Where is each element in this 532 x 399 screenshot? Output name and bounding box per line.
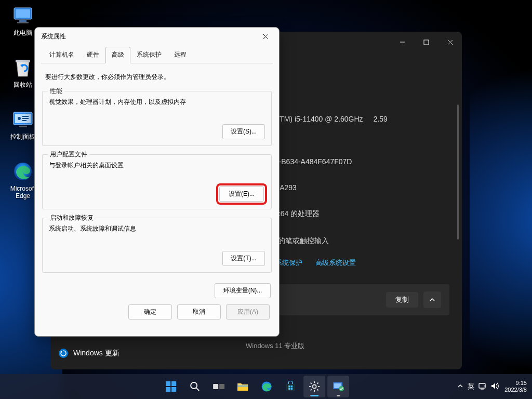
svg-rect-28 (219, 384, 224, 389)
tab-strip: 计算机名 硬件 高级 系统保护 远程 (41, 46, 273, 63)
taskbar-store[interactable] (280, 376, 301, 397)
windows-update-link[interactable]: Windows 更新 (59, 349, 119, 358)
svg-point-37 (313, 385, 316, 389)
taskbar-clock[interactable]: 9:15 2022/3/8 (504, 380, 527, 393)
svg-rect-24 (171, 387, 176, 392)
sync-icon (59, 349, 68, 358)
svg-rect-27 (213, 384, 218, 389)
svg-point-8 (18, 117, 21, 120)
tab-system-protection[interactable]: 系统保护 (130, 47, 168, 63)
taskbar-tray: 英 9:15 2022/3/8 (457, 380, 532, 393)
group-legend: 启动和故障恢复 (48, 214, 96, 222)
svg-rect-1 (16, 9, 30, 18)
ok-button[interactable]: 确定 (128, 304, 172, 320)
close-button[interactable] (255, 29, 276, 44)
pc-icon (11, 4, 34, 27)
control-panel-icon (11, 108, 34, 131)
volume-icon[interactable] (491, 382, 499, 391)
svg-point-25 (191, 382, 197, 389)
recycle-icon (11, 56, 34, 79)
tab-advanced[interactable]: 高级 (105, 47, 130, 63)
tray-chevron-icon[interactable] (457, 383, 463, 390)
group-desc: 视觉效果，处理器计划，内存使用，以及虚拟内存 (49, 98, 265, 107)
performance-settings-button[interactable]: 设置(S)... (222, 124, 265, 139)
tab-computer-name[interactable]: 计算机名 (43, 47, 81, 63)
highlight-annotation: 设置(E)... (218, 185, 265, 203)
dialog-titlebar[interactable]: 系统属性 (35, 28, 279, 45)
svg-rect-21 (166, 381, 170, 386)
clock-date: 2022/3/8 (504, 387, 527, 393)
taskbar-running-app[interactable] (327, 376, 349, 397)
copy-button[interactable]: 复制 (386, 292, 418, 308)
svg-marker-52 (491, 383, 495, 389)
svg-rect-3 (17, 22, 29, 23)
taskbar-explorer[interactable] (232, 376, 254, 397)
dialog-title: 系统属性 (41, 32, 255, 41)
svg-rect-32 (286, 384, 295, 391)
tab-hardware[interactable]: 硬件 (81, 47, 105, 63)
group-user-profiles: 用户配置文件 与登录帐户相关的桌面设置 设置(E)... (42, 154, 272, 209)
svg-rect-22 (171, 381, 176, 386)
group-desc: 与登录帐户相关的桌面设置 (49, 161, 265, 170)
taskbar-search[interactable] (184, 376, 206, 397)
scrollbar[interactable] (457, 104, 459, 240)
apply-button[interactable]: 应用(A) (226, 304, 270, 320)
version-value: Windows 11 专业版 (246, 341, 441, 351)
environment-variables-button[interactable]: 环境变量(N)... (215, 283, 271, 298)
expand-button[interactable] (423, 291, 441, 308)
user-profiles-settings-button[interactable]: 设置(E)... (219, 187, 264, 202)
windows-update-label: Windows 更新 (73, 349, 119, 358)
edge-icon (11, 160, 34, 183)
taskbar-center (160, 376, 349, 397)
ime-indicator[interactable]: 英 (468, 382, 474, 391)
group-startup-recovery: 启动和故障恢复 系统启动、系统故障和调试信息 设置(T)... (42, 218, 272, 273)
startup-settings-button[interactable]: 设置(T)... (222, 251, 265, 266)
clock-time: 9:15 (504, 380, 527, 387)
svg-line-42 (311, 383, 312, 384)
taskbar-edge[interactable] (256, 376, 277, 397)
svg-rect-11 (22, 120, 26, 121)
svg-rect-12 (19, 126, 27, 127)
taskbar-settings[interactable] (303, 376, 325, 397)
svg-rect-4 (16, 60, 30, 62)
svg-rect-30 (237, 385, 248, 387)
network-icon[interactable] (478, 382, 487, 391)
task-view-button[interactable] (208, 376, 230, 397)
svg-rect-35 (288, 388, 290, 390)
svg-line-44 (317, 383, 318, 384)
svg-rect-36 (291, 388, 293, 390)
cancel-button[interactable]: 取消 (177, 304, 221, 320)
svg-line-26 (196, 388, 199, 391)
system-properties-dialog: 系统属性 计算机名 硬件 高级 系统保护 远程 要进行大多数更改，你必须作为管理… (34, 27, 280, 337)
group-desc: 系统启动、系统故障和调试信息 (49, 224, 265, 233)
svg-rect-10 (22, 118, 29, 119)
svg-rect-33 (288, 385, 290, 388)
svg-rect-9 (22, 116, 29, 117)
taskbar: 英 9:15 2022/3/8 (0, 374, 532, 399)
admin-note: 要进行大多数更改，你必须作为管理员登录。 (41, 63, 273, 87)
tab-remote[interactable]: 远程 (168, 47, 193, 63)
svg-rect-34 (291, 385, 293, 388)
link-advanced-system[interactable]: 高级系统设置 (315, 259, 356, 267)
svg-rect-23 (166, 387, 170, 392)
group-legend: 用户配置文件 (48, 150, 89, 159)
group-legend: 性能 (48, 87, 64, 96)
svg-line-45 (311, 389, 312, 390)
svg-line-43 (317, 389, 318, 390)
start-button[interactable] (160, 376, 182, 397)
svg-rect-2 (19, 20, 26, 22)
group-performance: 性能 视觉效果，处理器计划，内存使用，以及虚拟内存 设置(S)... (42, 91, 272, 146)
